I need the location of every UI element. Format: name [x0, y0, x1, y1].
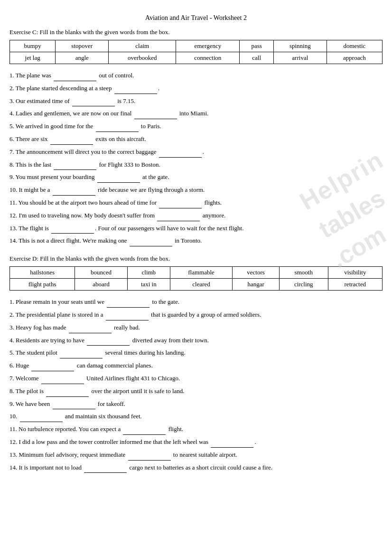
blank [53, 185, 95, 196]
sentence: 13. Minimum fuel advisory, request immed… [9, 450, 383, 461]
blank [51, 224, 94, 234]
word-cell: flammable [170, 267, 232, 279]
blank [96, 122, 139, 132]
sentence: 6. There are six exits on this aircraft. [9, 134, 383, 145]
word-cell: jet lag [10, 52, 56, 64]
word-cell: domestic [327, 40, 382, 52]
blank [128, 450, 171, 461]
word-cell: hangar [233, 279, 280, 291]
word-cell: approach [327, 52, 382, 64]
blank [107, 297, 149, 308]
word-cell: visibility [328, 267, 382, 279]
sentence: 1. Please remain in your seats until we … [9, 297, 383, 308]
sentence: 12. I'm used to traveling now. My body d… [9, 211, 383, 221]
word-box-d: hailstonesbouncedclimbflammablevectorssm… [9, 266, 383, 291]
blank [130, 236, 172, 246]
exercise-c-heading: Exercise C: Fill in the blanks with the … [9, 28, 383, 36]
word-cell: angle [56, 52, 109, 64]
sentence: 9. We have been for takeoff. [9, 399, 383, 410]
sentence: 8. This is the last for Flight 333 to Bo… [9, 160, 383, 170]
word-cell: climb [127, 267, 170, 279]
blank [134, 109, 177, 119]
word-cell: overbooked [109, 52, 176, 64]
word-cell: cleared [170, 279, 232, 291]
word-cell: circling [279, 279, 328, 291]
sentence: 7. Welcome United Airlines flight 431 to… [9, 374, 383, 384]
sentence: 4. Ladies and gentlemen, we are now on o… [9, 109, 383, 119]
exercise-d-sentences: 1. Please remain in your seats until we … [9, 297, 383, 473]
word-cell: bumpy [10, 40, 56, 52]
sentence: 3. Our estimated time of is 7.15. [9, 96, 383, 107]
word-cell: taxi in [127, 279, 170, 291]
word-cell: retracted [328, 279, 382, 291]
word-cell: flight paths [10, 279, 75, 291]
sentence: 8. The pilot is over the airport until i… [9, 386, 383, 397]
word-cell: stopover [56, 40, 109, 52]
word-cell: vectors [233, 267, 280, 279]
sentence: 3. Heavy fog has made really bad. [9, 323, 383, 333]
sentence: 12. I did a low pass and the tower contr… [9, 437, 383, 448]
sentence: 10. It might be a ride because we are fl… [9, 185, 383, 196]
sentence: 2. The presidential plane is stored in a… [9, 310, 383, 320]
word-cell: emergency [176, 40, 240, 52]
word-cell: aboard [75, 279, 127, 291]
blank [54, 71, 96, 81]
sentence: 2. The plane started descending at a ste… [9, 84, 383, 94]
blank [60, 348, 103, 358]
word-cell: claim [109, 40, 176, 52]
word-cell: call [240, 52, 273, 64]
sentence: 1. The plane was out of control. [9, 71, 383, 81]
blank [114, 84, 157, 94]
blank [50, 134, 93, 145]
blank [53, 399, 95, 410]
word-cell: bounced [75, 267, 127, 279]
blank [72, 96, 115, 107]
blank [97, 172, 140, 183]
word-cell: hailstones [10, 267, 75, 279]
sentence: 7. The announcement will direct you to t… [9, 147, 383, 158]
word-cell: arrival [273, 52, 327, 64]
sentence: 11. No turbulence reported. You can expe… [9, 424, 383, 435]
blank [84, 463, 127, 473]
blank [159, 147, 202, 158]
sentence: 5. The student pilot several times durin… [9, 348, 383, 358]
blank [41, 374, 84, 384]
blank [31, 361, 74, 371]
sentence: 13. The flight is . Four of our passenge… [9, 224, 383, 234]
blank [20, 412, 63, 422]
sentence: 10. and maintain six thousand feet. [9, 412, 383, 422]
sentence: 9. You must present your boarding at the… [9, 172, 383, 183]
sentence: 11. You should be at the airport two hou… [9, 198, 383, 208]
sentence: 14. It is important not to load cargo ne… [9, 463, 383, 473]
blank [69, 323, 112, 333]
sentence: 6. Huge can damag commercial planes. [9, 361, 383, 371]
blank [123, 424, 166, 435]
sentence: 14. This is not a direct flight. We're m… [9, 236, 383, 246]
word-cell: smooth [279, 267, 328, 279]
blank [157, 211, 200, 221]
word-cell: pass [240, 40, 273, 52]
sentence: 4. Residents are trying to have diverted… [9, 336, 383, 346]
blank [54, 160, 96, 170]
blank [106, 310, 149, 320]
exercise-d-heading: Exercise D: Fill in the blanks with the … [9, 255, 383, 263]
exercise-c-sentences: 1. The plane was out of control.2. The p… [9, 71, 383, 246]
blank [211, 437, 253, 448]
word-cell: spinning [273, 40, 327, 52]
sentence: 5. We arrived in good time for the to Pa… [9, 122, 383, 132]
blank [46, 386, 89, 397]
blank [87, 336, 130, 346]
page-title: Aviation and Air Travel - Worksheet 2 [9, 14, 383, 22]
word-cell: connection [176, 52, 240, 64]
blank [159, 198, 202, 208]
word-box-c: bumpystopoverclaimemergencypassspinningd… [9, 40, 383, 64]
